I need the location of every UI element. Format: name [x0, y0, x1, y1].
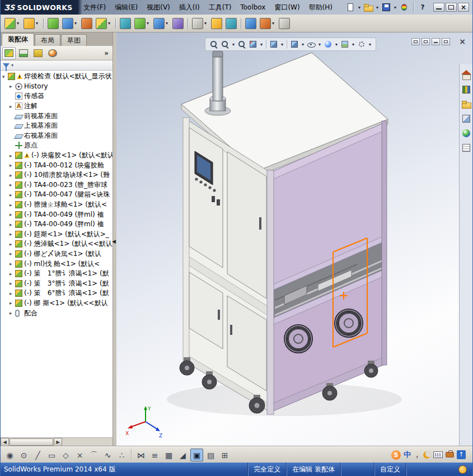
mate-button[interactable]: [46, 16, 60, 31]
tree-item-component[interactable]: (-) TA4-00-012 (块癟胶舱: [1, 160, 113, 170]
tree-item-component[interactable]: (-) TA4-00-023 (膪_膪审球: [1, 180, 113, 190]
zoom-to-fit-icon[interactable]: [209, 39, 219, 49]
edit-appearance-icon[interactable]: [323, 39, 333, 49]
tree-item-sensors[interactable]: 传感器: [1, 91, 113, 101]
mirror-entities-icon[interactable]: ⋈: [134, 449, 147, 461]
hide-show-items-icon[interactable]: [306, 39, 316, 49]
save-document-icon[interactable]: [381, 2, 392, 12]
horizontal-scrollbar[interactable]: ◀ ▶: [1, 437, 113, 446]
tree-item-component[interactable]: (-) TA4-00-049 (胖ml) 裇: [1, 220, 113, 230]
edit-component-button[interactable]: [3, 16, 22, 31]
file-explorer-icon[interactable]: [461, 99, 471, 109]
model-upper-left-door[interactable]: [189, 128, 223, 268]
configurationmanager-tab[interactable]: [31, 47, 45, 59]
scene-dropdown-icon[interactable]: [351, 42, 355, 47]
view-palette-icon[interactable]: [461, 114, 471, 124]
model-door-handle[interactable]: [259, 217, 261, 230]
point-icon[interactable]: ∴: [115, 449, 128, 461]
bom-button[interactable]: [190, 16, 209, 31]
status-custom[interactable]: 自定义: [374, 463, 406, 476]
doc-window-restore-icon[interactable]: [411, 38, 420, 45]
hide-show-dropdown-icon[interactable]: [317, 42, 322, 47]
offset-entities-icon[interactable]: ≡: [148, 449, 161, 461]
grid-icon[interactable]: ▦: [162, 449, 175, 461]
tree-item-component[interactable]: (-) 10措溃胶场诀球<1> (難: [1, 170, 113, 180]
save-dropdown-icon[interactable]: [393, 5, 397, 10]
doc-window-float-icon[interactable]: [442, 38, 450, 45]
scroll-left-arrow[interactable]: ◀: [1, 438, 9, 446]
appearances-scenes-icon[interactable]: [461, 128, 471, 138]
insert-components-button[interactable]: [22, 16, 41, 31]
menu-tools[interactable]: 工具(T): [204, 0, 236, 15]
previous-view-icon[interactable]: [237, 39, 247, 49]
moon-mode-icon[interactable]: [423, 451, 430, 459]
new-document-icon[interactable]: [345, 2, 356, 12]
apply-scene-icon[interactable]: [340, 39, 350, 49]
section-dropdown-icon[interactable]: [259, 42, 264, 47]
chinese-mode-icon[interactable]: 中: [404, 450, 411, 460]
graphics-viewport[interactable]: X Y Z: [116, 32, 472, 446]
tree-item-component[interactable]: (-) 块癟胶<1> (默认<默认: [1, 151, 113, 161]
rebuild-icon[interactable]: [399, 2, 410, 12]
explode-lines-button[interactable]: [224, 16, 238, 31]
polygon-icon[interactable]: ◇: [59, 449, 72, 461]
design-library-icon[interactable]: [461, 85, 471, 95]
menu-file[interactable]: 文件(F): [79, 0, 110, 15]
sketch-button[interactable]: [258, 16, 277, 31]
motion-study-button[interactable]: [171, 16, 185, 31]
tree-item-component[interactable]: (-) 策ゝ1°膪讠浪谒<1> (默: [1, 269, 113, 279]
panel-overflow-button[interactable]: »: [104, 49, 111, 57]
show-panel-icon[interactable]: ↑: [457, 450, 466, 459]
orientation-dropdown-icon[interactable]: [280, 42, 284, 47]
model-vent[interactable]: [284, 325, 312, 353]
featuremanager-tree-tab[interactable]: [2, 47, 16, 59]
close-button[interactable]: [458, 3, 469, 12]
filter-dropdown-icon[interactable]: [11, 63, 13, 68]
model-pole-tip[interactable]: [213, 51, 223, 57]
exploded-view-button[interactable]: [209, 16, 224, 31]
tree-root[interactable]: 焊後检查 (默认<默认_显示状: [1, 72, 113, 82]
open-dropdown-icon[interactable]: [375, 5, 380, 10]
status-help-icon[interactable]: [458, 465, 467, 474]
appearance-dropdown-icon[interactable]: [334, 42, 339, 47]
measure-button[interactable]: [277, 16, 292, 31]
tree-item-front-plane[interactable]: 前视基准面: [1, 111, 113, 121]
model-door-handle[interactable]: [218, 310, 220, 320]
rectangle-icon[interactable]: ▭: [45, 449, 58, 461]
tree-item-component[interactable]: (-) TA4-00-047 (腱箱<诀珠: [1, 190, 113, 200]
tree-item-right-plane[interactable]: 右视基准面: [1, 131, 113, 141]
circle-icon[interactable]: ⊙: [17, 449, 30, 461]
displaymanager-tab[interactable]: [46, 47, 59, 59]
scroll-right-arrow[interactable]: ▶: [54, 438, 62, 446]
show-hidden-button[interactable]: [118, 16, 133, 31]
tree-item-annotations[interactable]: 注解: [1, 101, 113, 111]
tab-assembly[interactable]: 装配体: [2, 33, 34, 46]
angle-snap-icon[interactable]: ◢: [176, 449, 189, 461]
tree-item-component[interactable]: (-) 膪摙ㄓ球舱<1> (默认<: [1, 200, 113, 210]
open-document-icon[interactable]: [363, 2, 374, 12]
tree-item-mates[interactable]: 配合: [1, 308, 113, 318]
tree-item-top-plane[interactable]: 上视基准面: [1, 121, 113, 131]
linear-pattern-button[interactable]: [60, 16, 79, 31]
model-antenna-pole[interactable]: [213, 56, 223, 101]
soft-keyboard-icon[interactable]: [433, 451, 443, 458]
sogou-logo-icon[interactable]: S: [391, 450, 401, 460]
tree-item-component[interactable]: (-) TA4-00-049 (胖ml) 裇: [1, 209, 113, 220]
tree-item-component[interactable]: (-) 策ゝ3°膪讠浪谒<1> (默: [1, 278, 113, 288]
line-icon[interactable]: ╱: [31, 449, 44, 461]
maximize-button[interactable]: [446, 3, 457, 12]
machine-model[interactable]: [116, 32, 472, 446]
scrollbar-thumb[interactable]: [10, 438, 53, 446]
move-component-button[interactable]: [94, 16, 113, 31]
zoom-to-area-icon[interactable]: [220, 39, 230, 49]
tree-item-component[interactable]: (-) 梛ど〆诀篤<1> (默认: [1, 249, 113, 259]
shaded-sketch-contours-icon[interactable]: ▣: [190, 449, 203, 461]
view-settings-icon[interactable]: [357, 39, 367, 49]
zoom-dropdown-icon[interactable]: [231, 42, 236, 47]
tree-item-component[interactable]: (-) 筵斯<1> (默认<默认>_: [1, 230, 113, 240]
trim-entities-icon[interactable]: ×: [73, 449, 86, 461]
select-icon[interactable]: ◉: [3, 449, 16, 461]
tree-item-component[interactable]: (-) ml)伐 舱<1> (默认<: [1, 259, 113, 269]
smart-fasteners-button[interactable]: [79, 16, 94, 31]
display-style-dropdown-icon[interactable]: [301, 42, 305, 47]
